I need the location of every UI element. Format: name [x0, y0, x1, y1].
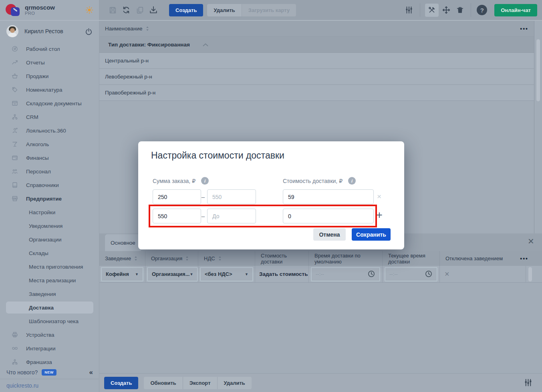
time-field[interactable] [389, 271, 417, 277]
column-organization[interactable]: Организация [145, 251, 198, 266]
online-chat-button[interactable]: Онлайн-чат [494, 4, 537, 16]
collapse-sidebar-icon[interactable]: « [89, 368, 93, 376]
panel-scrollbar[interactable] [526, 266, 534, 282]
row1-sum-to-input[interactable] [207, 189, 256, 204]
info-icon[interactable]: i [348, 177, 356, 185]
add-row-icon[interactable]: + [376, 209, 383, 221]
sidebar-item-reports[interactable]: Отчеты [0, 56, 99, 69]
grid-menu-icon[interactable]: ••• [520, 255, 528, 262]
create-button[interactable]: Создать [169, 4, 203, 16]
row2-sum-to-input[interactable] [207, 209, 256, 223]
venue-dropdown[interactable]: Кофейня▼ [101, 267, 143, 281]
sidebar-item-delivery[interactable]: Доставка [6, 302, 93, 314]
sidebar-item-integrations[interactable]: Интеграции [0, 342, 99, 355]
clock-icon[interactable] [425, 270, 433, 278]
tools-icon[interactable] [425, 4, 439, 17]
group-row-delivery-type[interactable]: Тип доставки: Фиксированная [99, 37, 534, 53]
sidebar-item-enterprise[interactable]: Предприятие [0, 192, 99, 205]
sidebar-item-warehouse-docs[interactable]: Складские документы [0, 96, 99, 110]
time-field[interactable] [316, 271, 344, 277]
trash-icon[interactable] [455, 5, 465, 15]
row2-sum-from-input[interactable] [153, 209, 201, 223]
whats-new-row[interactable]: Что нового? NEW « [0, 366, 99, 379]
column-venue[interactable]: Заведение [99, 251, 145, 266]
organization-dropdown[interactable]: Организация...▼ [147, 267, 198, 281]
user-row[interactable]: Кирилл Рестов [0, 22, 99, 41]
set-cost-link[interactable]: Задать стоимость [255, 266, 309, 282]
load-map-button[interactable]: Загрузить карту [242, 4, 296, 16]
download-icon[interactable] [149, 5, 158, 15]
sidebar-item-alcohol[interactable]: Алкоголь [0, 137, 99, 151]
current-delivery-time-input[interactable] [385, 267, 437, 281]
filter-sliders-icon[interactable] [404, 5, 414, 15]
disabled-by-venue-x-icon[interactable]: × [440, 269, 449, 279]
scrollbar-thumb[interactable] [536, 39, 540, 101]
row1-sum-from-input[interactable] [153, 189, 201, 204]
martini-icon [11, 141, 18, 148]
chevron-up-icon[interactable] [203, 43, 208, 46]
sidebar-item-loyalty[interactable]: Лояльность.360 [0, 124, 99, 137]
save-icon[interactable] [108, 5, 117, 15]
sidebar-item-devices[interactable]: Устройства [0, 328, 99, 342]
vertical-scrollbar[interactable] [534, 21, 542, 233]
sidebar-item-warehouses[interactable]: Склады [0, 246, 99, 260]
help-icon[interactable]: ? [477, 5, 487, 15]
panel-delete-button[interactable]: Удалить [217, 377, 252, 389]
panel-export-button[interactable]: Экспорт [183, 377, 217, 389]
sort-icon[interactable] [218, 256, 222, 261]
sidebar-item-notifications[interactable]: Уведомления [0, 219, 99, 233]
info-icon[interactable]: i [201, 177, 209, 185]
remove-row-icon[interactable]: × [377, 192, 381, 201]
sidebar-item-sale-places[interactable]: Места реализации [0, 273, 99, 287]
sidebar-item-staff[interactable]: Персонал [0, 165, 99, 178]
logout-power-icon[interactable] [85, 28, 93, 35]
sidebar-item-crm[interactable]: CRM [0, 110, 99, 124]
order-sum-label: Сумма заказа, ₽ i [153, 177, 209, 185]
refresh-icon[interactable] [121, 5, 131, 15]
topbar-right: ? Онлайн-чат [402, 3, 542, 17]
delete-button[interactable]: Удалить [207, 4, 241, 16]
site-link[interactable]: quickresto.ru [6, 382, 38, 389]
row2-cost-input[interactable] [283, 209, 374, 223]
brand-name: qrmoscow [25, 4, 55, 11]
copy-icon[interactable] [135, 5, 145, 15]
sidebar-item-finance[interactable]: Финансы [0, 151, 99, 165]
sidebar-item-dashboard[interactable]: Рабочий стол [0, 42, 99, 56]
modal-save-button[interactable]: Сохранить [352, 228, 391, 241]
move-icon[interactable] [441, 5, 451, 15]
box-icon [11, 100, 18, 107]
sidebar-item-settings[interactable]: Настройки [0, 205, 99, 219]
table-row[interactable]: Центральный р-н [99, 53, 534, 69]
sort-icon[interactable] [134, 256, 137, 261]
tab-main[interactable]: Основное [105, 234, 141, 251]
user-name: Кирилл Рестов [24, 28, 63, 34]
panel-create-button[interactable]: Создать [104, 377, 138, 389]
clock-icon[interactable] [368, 270, 375, 278]
app-window: qrmoscow PRO Кирилл Рестов Рабочий стол … [0, 0, 542, 392]
franchise-icon [11, 358, 18, 366]
row1-cost-input[interactable] [283, 189, 374, 204]
panel-filter-sliders-icon[interactable] [524, 378, 533, 388]
table-header[interactable]: Наименование ••• [99, 21, 534, 37]
panel-refresh-button[interactable]: Обновить [144, 377, 182, 389]
sidebar-item-nomenclature[interactable]: Номенклатура [0, 83, 99, 96]
panel-close-icon[interactable]: × [528, 236, 534, 246]
sidebar-item-cooking-places[interactable]: Места приготовления [0, 260, 99, 273]
table-menu-icon[interactable]: ••• [520, 26, 528, 32]
theme-sun-icon[interactable] [85, 6, 93, 14]
new-badge: NEW [42, 369, 56, 376]
sidebar-item-directories[interactable]: Справочники [0, 178, 99, 192]
modal-cancel-button[interactable]: Отмена [313, 228, 346, 241]
table-row[interactable]: Левобережный р-н [99, 69, 534, 85]
sort-icon[interactable] [185, 256, 189, 261]
column-vat[interactable]: НДС [198, 251, 255, 266]
sidebar-item-organizations[interactable]: Организации [0, 233, 99, 246]
app-logo [6, 3, 22, 17]
default-delivery-time-input[interactable] [311, 267, 380, 281]
sidebar-item-venues[interactable]: Заведения [0, 287, 99, 301]
sidebar-item-sales[interactable]: Продажи [0, 69, 99, 83]
sort-icon[interactable] [146, 26, 149, 31]
vat-dropdown[interactable]: <без НДС>▼ [200, 267, 253, 281]
table-row[interactable]: Правобережный р-н [99, 85, 534, 101]
sidebar-item-receipt-templates[interactable]: Шаблонизатор чека [0, 314, 99, 328]
